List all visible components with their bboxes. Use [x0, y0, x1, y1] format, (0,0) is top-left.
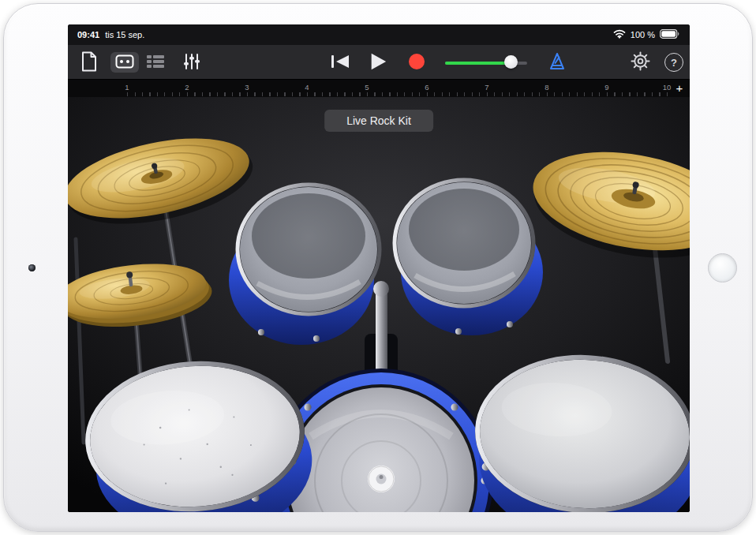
- song-settings-button[interactable]: [628, 51, 652, 73]
- rewind-button[interactable]: [327, 53, 354, 72]
- track-controls-button[interactable]: [180, 51, 204, 74]
- instrument-view-button[interactable]: [110, 52, 139, 73]
- ipad-device-frame: 09:41 tis 15 sep. 100 %: [3, 3, 753, 532]
- my-songs-button[interactable]: [77, 51, 101, 74]
- ruler-number: 10: [663, 83, 672, 92]
- ruler-number: 8: [545, 83, 548, 92]
- help-button[interactable]: ?: [664, 53, 683, 72]
- instrument-name-button[interactable]: Live Rock Kit: [324, 110, 433, 132]
- drum-kit-illustration: [68, 97, 690, 512]
- timeline-ruler[interactable]: 1 2 3 4 5 6 7 8 9 10 +: [68, 80, 690, 97]
- ruler-number: 9: [604, 83, 608, 92]
- tracks-view-button[interactable]: [141, 52, 170, 73]
- ruler-number: 7: [485, 83, 488, 92]
- status-bar: 09:41 tis 15 sep. 100 %: [68, 24, 690, 45]
- ruler-ticks: [127, 92, 669, 96]
- front-camera: [28, 264, 36, 271]
- add-bars-button[interactable]: +: [671, 80, 688, 96]
- ruler-number: 6: [425, 83, 429, 92]
- toolbar: ?: [68, 45, 690, 80]
- wifi-icon: [613, 29, 626, 40]
- ruler-number: 1: [125, 83, 129, 92]
- status-date: tis 15 sep.: [105, 30, 144, 39]
- drum-stage: Live Rock Kit: [68, 97, 690, 512]
- ruler-number: 5: [365, 83, 369, 92]
- gear-icon: [631, 51, 650, 73]
- volume-slider-knob[interactable]: [504, 55, 518, 69]
- record-button[interactable]: [401, 51, 432, 73]
- ruler-number: 4: [305, 83, 309, 92]
- metronome-button[interactable]: [545, 51, 570, 73]
- document-icon: [80, 51, 98, 74]
- ruler-number: 3: [245, 83, 249, 92]
- status-time: 09:41: [77, 30, 99, 39]
- instrument-window-icon: [115, 54, 134, 71]
- skip-to-beginning-icon: [330, 53, 350, 73]
- ruler-number: 2: [185, 83, 189, 92]
- mixer-faders-icon: [183, 54, 200, 72]
- metronome-triangle-icon: [548, 52, 567, 73]
- volume-slider[interactable]: [445, 55, 527, 69]
- home-button[interactable]: [708, 253, 737, 282]
- screen: 09:41 tis 15 sep. 100 %: [68, 24, 690, 512]
- tracks-view-icon: [147, 55, 164, 70]
- record-dot-icon: [406, 51, 427, 74]
- play-button[interactable]: [362, 51, 394, 73]
- play-icon: [369, 51, 387, 74]
- volume-slider-fill: [445, 62, 511, 65]
- battery-icon: [660, 29, 680, 40]
- battery-percent: 100 %: [631, 30, 655, 39]
